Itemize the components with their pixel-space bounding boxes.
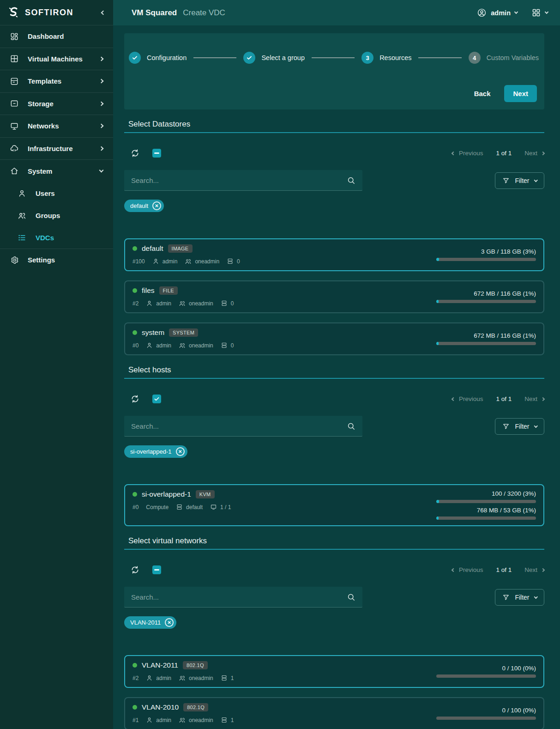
step-configuration: Configuration (129, 52, 187, 64)
sidebar-item-vdcs[interactable]: VDCs (0, 227, 113, 249)
sidebar-item-templates[interactable]: Templates (0, 70, 113, 93)
chip-close-icon[interactable]: ✕ (165, 618, 174, 627)
resource-row[interactable]: si-overlapped-1KVM#0Computedefault1 / 11… (124, 484, 544, 526)
list-icon (18, 233, 26, 242)
filter-button[interactable]: Filter (495, 418, 544, 435)
usage-metric: 768 MB / 53 GB (1%) (436, 507, 536, 520)
step-circle: 4 (469, 52, 481, 64)
row-name-line: si-overlapped-1KVM (132, 490, 231, 498)
select-all-checkbox[interactable] (152, 395, 161, 403)
meta-item: #0 (132, 504, 138, 510)
meta-text: #0 (132, 342, 138, 349)
filter-icon (502, 177, 510, 184)
previous-page-button[interactable]: Previous (452, 566, 483, 573)
check-icon (132, 55, 138, 61)
resource-row[interactable]: systemSYSTEM#0adminoneadmin0672 MB / 116… (124, 322, 544, 355)
meta-item: oneadmin (179, 300, 213, 307)
type-badge: 802.1Q (183, 703, 208, 711)
minus-icon (154, 152, 159, 154)
sidebar-item-virtual-machines[interactable]: Virtual Machines (0, 48, 113, 71)
resource-row[interactable]: defaultIMAGE#100adminoneadmin03 GB / 118… (124, 238, 544, 271)
usage-metric: 100 / 3200 (3%) (436, 490, 536, 503)
refresh-button[interactable] (130, 394, 140, 404)
users-icon (18, 211, 26, 220)
chevron-right-icon (99, 79, 104, 84)
search-input[interactable] (131, 422, 347, 430)
usage-label: 3 GB / 118 GB (3%) (481, 248, 536, 255)
select-all-checkbox[interactable] (152, 149, 161, 158)
app-title: VM Squared (132, 8, 177, 18)
chevron-down-icon (534, 424, 537, 428)
back-button[interactable]: Back (474, 90, 491, 97)
progress-bar (436, 342, 536, 345)
filter-label: Filter (515, 594, 529, 601)
previous-page-button[interactable]: Previous (452, 150, 483, 157)
meta-text: 1 (231, 717, 234, 723)
sidebar-item-dashboard[interactable]: Dashboard (0, 25, 113, 48)
meta-item: admin (146, 300, 171, 307)
refresh-button[interactable] (130, 148, 140, 158)
meta-item: 1 (221, 674, 234, 681)
type-badge: IMAGE (168, 244, 193, 253)
apps-menu[interactable] (531, 8, 548, 18)
row-meta: #0Computedefault1 / 1 (132, 504, 231, 510)
refresh-button[interactable] (130, 565, 140, 575)
search-box (124, 170, 362, 191)
progress-fill (436, 258, 439, 261)
chevron-left-icon (452, 151, 455, 155)
filter-icon (502, 423, 510, 430)
sidebar-item-groups[interactable]: Groups (0, 205, 113, 227)
user-circle-icon (477, 8, 487, 18)
meta-text: 0 (231, 342, 234, 349)
resource-row[interactable]: filesFILE#2adminoneadmin0672 MB / 116 GB… (124, 280, 544, 313)
filter-icon (502, 594, 510, 601)
row-name-line: filesFILE (132, 286, 234, 295)
row-name-line: systemSYSTEM (132, 328, 234, 337)
people-icon (179, 342, 186, 349)
next-button[interactable]: Next (504, 85, 537, 102)
sidebar-item-storage[interactable]: Storage (0, 93, 113, 115)
search-row: Filter (124, 416, 544, 437)
meta-text: oneadmin (189, 342, 213, 349)
resource-row[interactable]: VLAN-2011802.1Q#2adminoneadmin10 / 100 (… (124, 655, 544, 688)
chip-label: si-overlapped-1 (130, 448, 172, 455)
sidebar-item-users[interactable]: Users (0, 182, 113, 205)
wizard-stepper-card: Configuration Select a group 3 Resources… (124, 33, 544, 109)
meta-item: Compute (146, 504, 169, 510)
filter-button[interactable]: Filter (495, 589, 544, 606)
select-all-checkbox[interactable] (152, 565, 161, 574)
next-page-button[interactable]: Next (524, 566, 544, 573)
page-indicator: 1 of 1 (496, 150, 512, 157)
section-title: Select Datastores (124, 116, 544, 133)
next-page-button[interactable]: Next (524, 395, 544, 402)
chip-close-icon[interactable]: ✕ (176, 447, 185, 456)
search-input[interactable] (131, 593, 347, 601)
meta-item: #2 (132, 300, 138, 307)
resource-row[interactable]: VLAN-2010802.1Q#1adminoneadmin10 / 100 (… (124, 697, 544, 729)
previous-label: Previous (459, 395, 483, 402)
row-usage: 672 MB / 116 GB (1%) (436, 328, 536, 349)
progress-fill (436, 342, 439, 345)
meta-item: #2 (132, 675, 138, 681)
sidebar-item-networks[interactable]: Networks (0, 115, 113, 138)
status-dot (132, 330, 137, 335)
resource-list: si-overlapped-1KVM#0Computedefault1 / 11… (124, 484, 544, 526)
user-menu[interactable]: admin (477, 8, 518, 18)
chevron-down-icon (534, 178, 537, 182)
sidebar-item-system[interactable]: System (0, 160, 113, 182)
previous-page-button[interactable]: Previous (452, 395, 483, 402)
sidebar-item-label: Users (36, 189, 55, 197)
meta-text: oneadmin (195, 258, 219, 265)
resource-sections: Select DatastoresPrevious1 of 1NextFilte… (124, 116, 544, 729)
row-info: defaultIMAGE#100adminoneadmin0 (132, 244, 240, 265)
search-input[interactable] (131, 176, 347, 184)
resource-name: system (142, 328, 164, 337)
next-page-button[interactable]: Next (524, 150, 544, 157)
sidebar-item-infrastructure[interactable]: Infrastructure (0, 138, 113, 160)
chip-close-icon[interactable]: ✕ (152, 201, 161, 210)
sidebar-item-settings[interactable]: Settings (0, 249, 113, 272)
filter-button[interactable]: Filter (495, 172, 544, 189)
usage-metric: 0 / 100 (0%) (436, 665, 536, 678)
sidebar-collapse-icon[interactable] (101, 10, 106, 15)
people-icon (179, 300, 186, 307)
